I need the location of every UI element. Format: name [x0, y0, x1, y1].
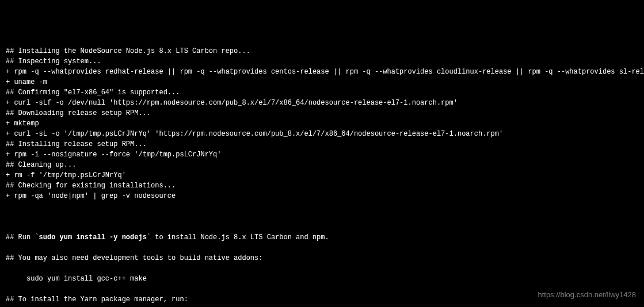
run-suffix: ` to install Node.js 8.x LTS Carbon and …	[147, 233, 329, 241]
run-command-bold: sudo yum install -y nodejs	[39, 233, 147, 241]
terminal-line: ## Cleaning up...	[6, 160, 638, 170]
terminal-line: + rpm -qa 'node|npm' | grep -v nodesourc…	[6, 191, 638, 201]
terminal-line: + curl -sL -o '/tmp/tmp.psLCrJNrYq' 'htt…	[6, 129, 638, 139]
terminal-output: ## Installing the NodeSource Node.js 8.x…	[6, 46, 638, 201]
run-prefix: ## Run `	[6, 233, 39, 241]
terminal-line: + curl -sLf -o /dev/null 'https://rpm.no…	[6, 98, 638, 108]
terminal-line: + rm -f '/tmp/tmp.psLCrJNrYq'	[6, 170, 638, 181]
terminal-line: + mktemp	[6, 118, 638, 129]
terminal-line: ## You may also need development tools t…	[6, 253, 638, 263]
terminal-line: + rpm -i --nosignature --force '/tmp/tmp…	[6, 149, 638, 160]
terminal-line: ## Confirming "el7-x86_64" is supported.…	[6, 87, 638, 98]
terminal-line: + uname -m	[6, 77, 638, 87]
terminal-line: ## Installing release setup RPM...	[6, 139, 638, 149]
terminal-line: + rpm -q --whatprovides redhat-release |…	[6, 67, 638, 77]
terminal-line: ## Installing the NodeSource Node.js 8.x…	[6, 46, 638, 56]
watermark-text: https://blog.csdn.net/llwy1428	[538, 289, 636, 301]
terminal-line: ## Run `sudo yum install -y nodejs` to i…	[6, 232, 638, 243]
terminal-line: ## Checking for existing installations..…	[6, 181, 638, 191]
terminal-line: ## Downloading release setup RPM...	[6, 108, 638, 118]
terminal-line: ## Inspecting system...	[6, 56, 638, 67]
terminal-line: sudo yum install gcc-c++ make	[6, 274, 638, 284]
